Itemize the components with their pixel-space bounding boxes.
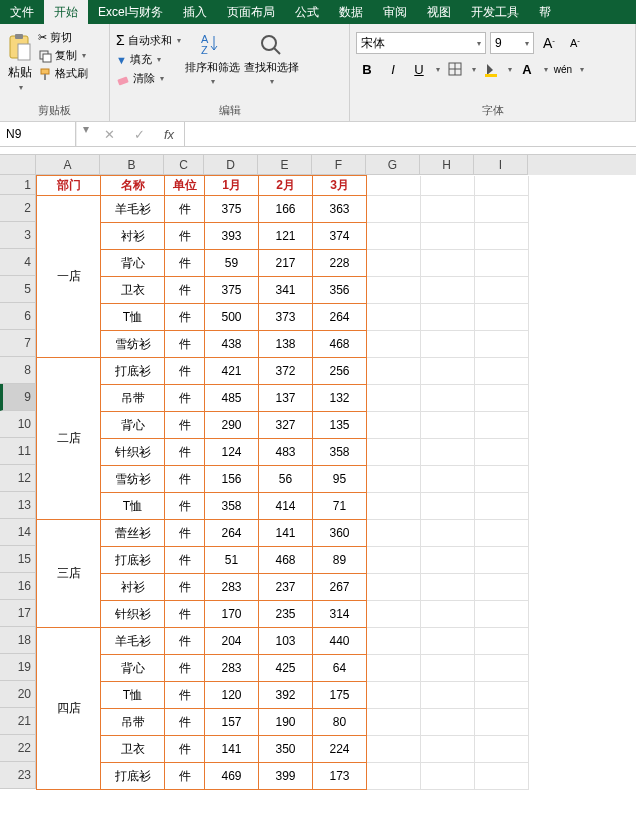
cell[interactable] xyxy=(421,358,475,385)
cell[interactable] xyxy=(421,385,475,412)
data-cell[interactable]: 175 xyxy=(313,682,367,709)
data-cell[interactable]: T恤 xyxy=(101,682,165,709)
row-head-11[interactable]: 11 xyxy=(0,438,36,465)
cell[interactable] xyxy=(421,176,475,196)
row-head-22[interactable]: 22 xyxy=(0,735,36,762)
data-cell[interactable]: 392 xyxy=(259,682,313,709)
data-cell[interactable]: 360 xyxy=(313,520,367,547)
data-cell[interactable]: 190 xyxy=(259,709,313,736)
data-cell[interactable]: 204 xyxy=(205,628,259,655)
menu-item-6[interactable]: 数据 xyxy=(329,0,373,24)
header-cell[interactable]: 名称 xyxy=(101,176,165,196)
data-cell[interactable]: 356 xyxy=(313,277,367,304)
cell[interactable] xyxy=(475,223,529,250)
col-head-A[interactable]: A xyxy=(36,155,100,175)
data-cell[interactable]: 针织衫 xyxy=(101,439,165,466)
cell[interactable] xyxy=(367,358,421,385)
data-cell[interactable]: 背心 xyxy=(101,655,165,682)
data-cell[interactable]: 衬衫 xyxy=(101,574,165,601)
data-cell[interactable]: 414 xyxy=(259,493,313,520)
border-button[interactable] xyxy=(444,58,466,80)
fill-color-button[interactable] xyxy=(480,58,502,80)
cell[interactable] xyxy=(421,196,475,223)
cell[interactable] xyxy=(421,439,475,466)
header-cell[interactable]: 2月 xyxy=(259,176,313,196)
paste-button[interactable]: 粘贴 ▾ xyxy=(6,28,34,101)
data-cell[interactable]: 438 xyxy=(205,331,259,358)
name-box-dropdown[interactable]: ▾ xyxy=(76,122,94,146)
cut-button[interactable]: ✂ 剪切 xyxy=(38,30,88,45)
menu-item-0[interactable]: 文件 xyxy=(0,0,44,24)
data-cell[interactable]: 件 xyxy=(165,655,205,682)
phonetic-button[interactable]: wén xyxy=(552,58,574,80)
cell[interactable] xyxy=(475,763,529,790)
copy-button[interactable]: 复制 ▾ xyxy=(38,48,88,63)
cells-area[interactable]: 部门名称单位1月2月3月一店羊毛衫件375166363衬衫件393121374背… xyxy=(36,175,529,790)
data-cell[interactable]: 135 xyxy=(313,412,367,439)
data-cell[interactable]: 440 xyxy=(313,628,367,655)
data-cell[interactable]: 件 xyxy=(165,277,205,304)
data-cell[interactable]: 283 xyxy=(205,655,259,682)
cell[interactable] xyxy=(367,736,421,763)
data-cell[interactable]: 件 xyxy=(165,331,205,358)
data-cell[interactable]: 358 xyxy=(205,493,259,520)
col-head-D[interactable]: D xyxy=(204,155,258,175)
cell[interactable] xyxy=(367,176,421,196)
fill-button[interactable]: ▼ 填充 ▾ xyxy=(116,52,181,67)
cell[interactable] xyxy=(475,466,529,493)
cell[interactable] xyxy=(475,304,529,331)
header-cell[interactable]: 单位 xyxy=(165,176,205,196)
cell[interactable] xyxy=(421,304,475,331)
data-cell[interactable]: 件 xyxy=(165,763,205,790)
data-cell[interactable]: 雪纺衫 xyxy=(101,331,165,358)
data-cell[interactable]: 件 xyxy=(165,304,205,331)
data-cell[interactable]: 背心 xyxy=(101,250,165,277)
data-cell[interactable]: 51 xyxy=(205,547,259,574)
cell[interactable] xyxy=(475,358,529,385)
cell[interactable] xyxy=(367,277,421,304)
cell[interactable] xyxy=(367,196,421,223)
header-cell[interactable]: 1月 xyxy=(205,176,259,196)
menu-item-9[interactable]: 开发工具 xyxy=(461,0,529,24)
menu-item-1[interactable]: 开始 xyxy=(44,0,88,24)
data-cell[interactable]: 228 xyxy=(313,250,367,277)
cell[interactable] xyxy=(367,520,421,547)
data-cell[interactable]: 103 xyxy=(259,628,313,655)
cell[interactable] xyxy=(367,250,421,277)
cell[interactable] xyxy=(367,547,421,574)
cell[interactable] xyxy=(421,763,475,790)
data-cell[interactable]: 374 xyxy=(313,223,367,250)
cell[interactable] xyxy=(475,176,529,196)
underline-button[interactable]: U xyxy=(408,58,430,80)
data-cell[interactable]: 141 xyxy=(205,736,259,763)
col-head-B[interactable]: B xyxy=(100,155,164,175)
menu-item-8[interactable]: 视图 xyxy=(417,0,461,24)
cell[interactable] xyxy=(475,682,529,709)
font-size-select[interactable]: 9 ▾ xyxy=(490,32,534,54)
cell[interactable] xyxy=(421,412,475,439)
data-cell[interactable]: 264 xyxy=(205,520,259,547)
data-cell[interactable]: 71 xyxy=(313,493,367,520)
cell[interactable] xyxy=(421,250,475,277)
header-cell[interactable]: 部门 xyxy=(37,176,101,196)
data-cell[interactable]: 237 xyxy=(259,574,313,601)
col-head-E[interactable]: E xyxy=(258,155,312,175)
cell[interactable] xyxy=(367,493,421,520)
col-head-F[interactable]: F xyxy=(312,155,366,175)
header-cell[interactable]: 3月 xyxy=(313,176,367,196)
data-cell[interactable]: 224 xyxy=(313,736,367,763)
data-cell[interactable]: 141 xyxy=(259,520,313,547)
data-cell[interactable]: 打底衫 xyxy=(101,547,165,574)
data-cell[interactable]: 羊毛衫 xyxy=(101,628,165,655)
data-cell[interactable]: 166 xyxy=(259,196,313,223)
col-head-H[interactable]: H xyxy=(420,155,474,175)
data-cell[interactable]: 衬衫 xyxy=(101,223,165,250)
data-cell[interactable]: 件 xyxy=(165,439,205,466)
cell[interactable] xyxy=(475,601,529,628)
cell[interactable] xyxy=(475,439,529,466)
data-cell[interactable]: 89 xyxy=(313,547,367,574)
cell[interactable] xyxy=(475,196,529,223)
font-name-select[interactable]: 宋体 ▾ xyxy=(356,32,486,54)
data-cell[interactable]: 121 xyxy=(259,223,313,250)
accept-formula-button[interactable]: ✓ xyxy=(124,127,154,142)
